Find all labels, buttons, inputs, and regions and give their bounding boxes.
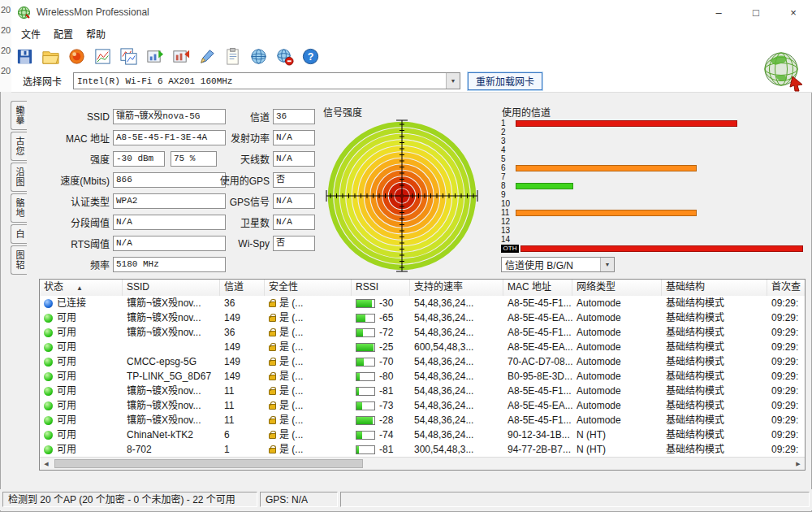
adapter-label: 选择网卡 (23, 74, 70, 88)
table-row[interactable]: 可用镶筋¬镀X殁nov...11是 (...-8154,48,36,24...A… (40, 384, 806, 398)
side-tab[interactable]: 沿图 (11, 163, 27, 192)
table-row[interactable]: 可用镶筋¬镀X殁nov...149是 (...-6554,48,36,24...… (40, 310, 806, 325)
export-graph-up-icon[interactable] (145, 46, 165, 67)
channel-usage-chart: 1234567891011121314OTH (501, 120, 803, 252)
security-text: 是 (... (279, 340, 303, 354)
dropdown-arrow-icon[interactable]: ▼ (446, 73, 460, 89)
sort-ascending-icon: ▲ (76, 284, 83, 292)
side-tab[interactable]: 图轺 (11, 245, 27, 275)
scrollbar-thumb[interactable] (54, 459, 363, 468)
horizontal-scrollbar[interactable]: ◀ ▶ (40, 457, 805, 470)
save-icon[interactable] (15, 46, 35, 67)
column-header[interactable]: 首次查 (767, 280, 806, 296)
rssi-meter-fill (356, 432, 362, 439)
channel-label: 14 (501, 236, 516, 243)
status-available-icon (44, 328, 53, 337)
info-value: 5180 MHz (113, 257, 226, 272)
column-header[interactable]: 安全性 (265, 280, 352, 296)
column-header[interactable]: 支持的速率 (410, 280, 503, 296)
rates-cell: 600,54,48,3... (410, 340, 503, 354)
table-row[interactable]: 已连接镶筋¬镀X殁nov...36是 (...-3054,48,36,24...… (40, 296, 806, 310)
line-graph-icon[interactable] (93, 46, 113, 67)
channel-label: 12 (501, 219, 516, 225)
security-cell: 是 (... (265, 442, 352, 457)
security-cell: 是 (... (265, 340, 352, 354)
scroll-right-button[interactable]: ▶ (792, 458, 805, 470)
export-graph-down-icon[interactable] (171, 46, 191, 67)
menu-item[interactable]: 文件 (15, 25, 47, 42)
rssi-cell: -73 (352, 398, 410, 413)
network-type-cell: N (HT) (572, 427, 662, 442)
mac-cell: A8-5E-45-F1... (503, 325, 572, 340)
rssi-value: -80 (379, 369, 393, 384)
table-row[interactable]: 可用镶筋¬镀X殁nov...11是 (...-2854,48,36,24...A… (40, 413, 806, 427)
side-tab[interactable]: 鳓摹 (11, 101, 27, 130)
table-row[interactable]: 可用149是 (...-25600,54,48,3...A8-5E-45-EA.… (40, 340, 806, 354)
globe-icon[interactable] (248, 46, 269, 67)
table-row[interactable]: 可用8-7021是 (...-81300,54,48,3...94-77-2B-… (40, 442, 806, 457)
network-type-cell: Automode (572, 340, 662, 354)
status-cell: 可用 (40, 354, 123, 369)
reload-adapter-button[interactable]: 重新加载网卡 (468, 72, 542, 90)
status-text: 可用 (57, 354, 76, 369)
ssid-cell: 8-702 (123, 442, 220, 457)
status-cell: 可用 (40, 340, 123, 354)
globe-stop-icon[interactable] (274, 46, 295, 67)
lock-icon (269, 360, 276, 366)
pen-icon[interactable] (197, 46, 217, 67)
help-icon[interactable]: ? (300, 46, 321, 67)
first-seen-cell: 09:29: (767, 325, 806, 340)
security-text: 是 (... (279, 325, 303, 340)
column-header[interactable]: RSSI (352, 280, 410, 296)
minimize-button[interactable]: – (700, 0, 737, 24)
clipboard-icon[interactable] (222, 46, 243, 67)
column-header[interactable]: 网络类型 (572, 280, 662, 296)
window-controls: – □ × (700, 0, 812, 24)
column-header[interactable]: 信道 (220, 280, 265, 296)
info-row: 发射功率N/A (197, 130, 321, 145)
rssi-value: -65 (379, 310, 393, 325)
adapter-select[interactable]: Intel(R) Wi-Fi 6 AX201 160MHz ▼ (73, 72, 460, 89)
column-header[interactable]: MAC 地址 (503, 280, 572, 296)
close-button[interactable]: × (775, 0, 812, 24)
table-row[interactable]: 可用CMCC-epsg-5G149是 (...-7054,48,36,24...… (40, 354, 806, 369)
rssi-meter-fill (356, 344, 374, 351)
column-header[interactable]: 状态▲ (40, 280, 123, 296)
dual-graph-icon[interactable] (119, 46, 139, 67)
side-tab[interactable]: 骼地 (11, 193, 27, 223)
channel-label: 3 (501, 138, 516, 145)
table-row[interactable]: 可用TP-LINK_5G_8D67149是 (...-8054,48,36,24… (40, 369, 806, 384)
status-available-icon (44, 358, 53, 367)
menu-item[interactable]: 配置 (47, 25, 80, 42)
maximize-button[interactable]: □ (737, 0, 775, 24)
record-icon[interactable] (67, 46, 87, 67)
table-row[interactable]: 可用镶筋¬镀X殁nov...36是 (...-7254,48,36,24...A… (40, 325, 806, 340)
info-label: Wi-Spy (197, 238, 270, 249)
dropdown-arrow-icon[interactable]: ▼ (600, 258, 614, 271)
channel-cell: 6 (220, 427, 265, 442)
security-text: 是 (... (279, 296, 303, 310)
lock-icon (269, 345, 276, 351)
channel-mode-select[interactable]: 信道使用 B/G/N ▼ (501, 257, 615, 272)
table-row[interactable]: 可用ChinaNet-kTK26是 (...-7454,48,36,24...9… (40, 427, 806, 442)
side-tab[interactable]: 古您 (11, 132, 27, 161)
lock-icon (269, 375, 276, 380)
column-header[interactable]: SSID (123, 280, 220, 296)
rssi-cell: -65 (352, 310, 410, 325)
rssi-meter-fill (356, 417, 373, 424)
menu-item[interactable]: 帮助 (80, 25, 112, 42)
rssi-meter-fill (356, 388, 359, 395)
channel-bar-track (516, 120, 803, 127)
channel-label: 2 (501, 129, 516, 136)
side-tab[interactable]: 白 (11, 224, 27, 244)
rssi-meter-fill (356, 315, 365, 322)
status-cell: 可用 (40, 427, 123, 442)
column-header[interactable]: 基础结构 (662, 280, 767, 296)
status-available-icon (44, 445, 53, 454)
security-text: 是 (... (279, 354, 303, 369)
table-row[interactable]: 可用镶筋¬镀X殁nov...11是 (...-7354,48,36,24...A… (40, 398, 806, 413)
rssi-value: -30 (379, 296, 393, 310)
scroll-left-button[interactable]: ◀ (40, 458, 53, 470)
channel-row: 8 (501, 183, 803, 189)
open-folder-icon[interactable] (41, 46, 61, 67)
